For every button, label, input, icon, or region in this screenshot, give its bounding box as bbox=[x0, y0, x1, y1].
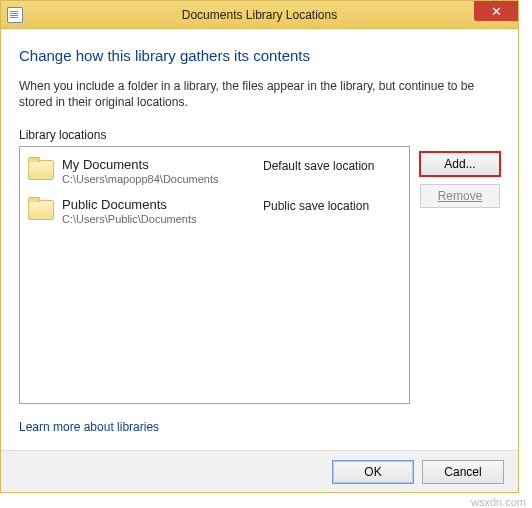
list-item-tag: Default save location bbox=[263, 157, 403, 173]
description-text: When you include a folder in a library, … bbox=[19, 78, 500, 110]
body-row: My Documents C:\Users\mapopp84\Documents… bbox=[19, 146, 500, 404]
list-label: Library locations bbox=[19, 128, 500, 142]
window-title: Documents Library Locations bbox=[1, 8, 518, 22]
watermark-text: wsxdn.com bbox=[471, 496, 526, 508]
side-buttons: Add... Remove bbox=[420, 146, 500, 404]
titlebar: Documents Library Locations ✕ bbox=[1, 1, 518, 29]
list-item-path: C:\Users\mapopp84\Documents bbox=[62, 173, 255, 185]
page-heading: Change how this library gathers its cont… bbox=[19, 47, 500, 64]
cancel-button[interactable]: Cancel bbox=[422, 460, 504, 484]
list-item-text: My Documents C:\Users\mapopp84\Documents bbox=[62, 157, 255, 185]
remove-button: Remove bbox=[420, 184, 500, 208]
list-item[interactable]: Public Documents C:\Users\Public\Documen… bbox=[22, 191, 407, 231]
library-locations-list[interactable]: My Documents C:\Users\mapopp84\Documents… bbox=[19, 146, 410, 404]
list-item-tag: Public save location bbox=[263, 197, 403, 213]
close-button[interactable]: ✕ bbox=[474, 1, 518, 21]
list-item-text: Public Documents C:\Users\Public\Documen… bbox=[62, 197, 255, 225]
list-item[interactable]: My Documents C:\Users\mapopp84\Documents… bbox=[22, 151, 407, 191]
list-item-path: C:\Users\Public\Documents bbox=[62, 213, 255, 225]
folder-icon bbox=[26, 197, 54, 221]
list-item-name: My Documents bbox=[62, 157, 255, 172]
dialog-window: Documents Library Locations ✕ Change how… bbox=[0, 0, 519, 493]
folder-icon bbox=[26, 157, 54, 181]
content-area: Change how this library gathers its cont… bbox=[1, 29, 518, 434]
close-icon: ✕ bbox=[491, 4, 502, 19]
learn-more-link[interactable]: Learn more about libraries bbox=[19, 420, 159, 434]
list-item-name: Public Documents bbox=[62, 197, 255, 212]
dialog-footer: OK Cancel bbox=[1, 450, 518, 492]
add-button[interactable]: Add... bbox=[420, 152, 500, 176]
ok-button[interactable]: OK bbox=[332, 460, 414, 484]
